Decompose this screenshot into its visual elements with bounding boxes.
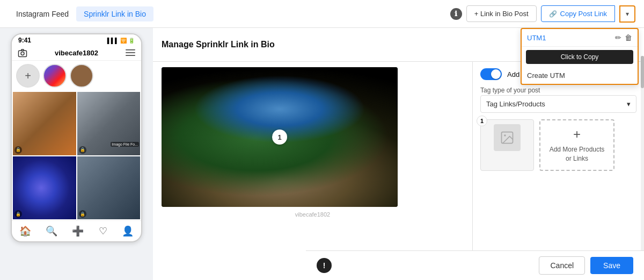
lock-icon-2: 🔒 [80, 147, 85, 152]
edit-utm-icon[interactable]: ✏ [615, 33, 621, 42]
utm-actions: ✏ 🗑 [615, 33, 632, 42]
products-row: 1 + Add More Productsor Links [480, 119, 636, 171]
phone-stories-row: + [12, 61, 141, 91]
tag-type-section: Tag type of your post Tag Links/Products… [480, 87, 636, 113]
signal-icon: ▌▌▌ [107, 38, 119, 44]
svg-point-1 [21, 52, 24, 55]
delete-utm-icon[interactable]: 🗑 [625, 33, 632, 42]
svg-rect-4 [126, 55, 135, 56]
phone-ig-header: vibecafe1802 [12, 45, 141, 61]
lock-icon-3: 🔒 [16, 212, 21, 217]
scrollbar[interactable] [641, 62, 644, 280]
svg-rect-3 [126, 52, 135, 53]
grid-overlay-1: 🔒 [14, 146, 22, 154]
add-story[interactable]: + [16, 64, 40, 88]
tab-sprinklr-link-bio[interactable]: Sprinklr Link in Bio [76, 6, 153, 21]
grid-overlay-4: 🔒 [79, 210, 86, 218]
svg-point-8 [504, 134, 506, 137]
add-plus-icon: + [573, 127, 581, 142]
post-image: 1 [162, 67, 398, 207]
settings-panel: Add Post to Sprinklr Link in Bio Tag typ… [472, 62, 644, 280]
manage-title: Manage Sprinklr Link in Bio [162, 40, 275, 49]
product-number-badge: 1 [477, 116, 487, 126]
grid-badge-2: Imago File Fo... [111, 142, 139, 147]
phone-panel: 9:41 ▌▌▌ 🛜 🔋 vibecafe1802 [0, 28, 153, 280]
nav-profile-icon[interactable]: 👤 [122, 225, 134, 237]
toggle-thumb [491, 69, 501, 79]
grid-cell-2: 🔒 Imago File Fo... [77, 92, 141, 155]
grid-cell-3: 🔒 [13, 156, 76, 220]
nav-add-icon[interactable]: ➕ [72, 225, 84, 237]
copy-post-link-button[interactable]: 🔗 Copy Post Link [541, 5, 615, 22]
phone-status-icons: ▌▌▌ 🛜 🔋 [107, 38, 135, 44]
link-bio-post-button[interactable]: + Link in Bio Post [466, 5, 537, 22]
wifi-icon: 🛜 [120, 38, 127, 44]
post-number-badge: 1 [272, 130, 287, 145]
svg-rect-2 [126, 49, 135, 51]
copy-post-dropdown-button[interactable]: ▾ [619, 5, 635, 23]
phone-nav: 🏠 🔍 ➕ ♡ 👤 [12, 220, 141, 241]
menu-icon[interactable] [125, 47, 136, 58]
create-utm-button[interactable]: Create UTM [522, 67, 638, 84]
panel-body: 1 vibecafe1802 Add Post to Sprinklr Link… [153, 62, 644, 280]
battery-icon: 🔋 [128, 38, 135, 44]
tag-type-select[interactable]: Tag Links/Products ▾ [480, 95, 636, 113]
info-icon[interactable]: ℹ [450, 8, 462, 20]
grid-overlay-2: 🔒 [79, 146, 86, 154]
story-2[interactable] [70, 64, 93, 88]
grid-overlay-3: 🔒 [14, 210, 22, 218]
save-button[interactable]: Save [590, 257, 633, 274]
header-tabs: Instagram Feed Sprinklr Link in Bio [9, 6, 153, 21]
footer-info-icon[interactable]: ! [317, 258, 332, 273]
nav-search-icon[interactable]: 🔍 [46, 225, 57, 237]
footer: ! Cancel Save [306, 250, 644, 280]
utm-row: UTM1 ✏ 🗑 [522, 29, 638, 47]
phone-grid: 🔒 🔒 Imago File Fo... 🔒 [12, 91, 141, 220]
post-caption: vibecafe1802 [162, 211, 464, 218]
scrollbar-thumb [641, 62, 644, 88]
click-to-copy-tooltip: Click to Copy [526, 50, 633, 64]
phone-username: vibecafe1802 [55, 49, 98, 57]
product-card-1: 1 [480, 119, 534, 171]
product-image-placeholder [494, 124, 521, 151]
tag-type-label: Tag type of your post [480, 87, 636, 94]
nav-heart-icon[interactable]: ♡ [99, 225, 107, 237]
phone-status-bar: 9:41 ▌▌▌ 🛜 🔋 [12, 34, 141, 45]
add-more-products-button[interactable]: + Add More Productsor Links [539, 119, 614, 171]
grid-cell-4: 🔒 [77, 156, 141, 220]
phone-time: 9:41 [18, 37, 31, 44]
add-post-toggle[interactable] [480, 68, 502, 80]
add-product-label: Add More Productsor Links [550, 145, 605, 163]
nav-home-icon[interactable]: 🏠 [19, 225, 31, 237]
tag-type-chevron-icon: ▾ [627, 100, 631, 108]
utm-dropdown: UTM1 ✏ 🗑 Click to Copy Create UTM [521, 28, 639, 85]
post-preview-area: 1 vibecafe1802 [153, 62, 472, 280]
tab-instagram-feed[interactable]: Instagram Feed [9, 6, 76, 21]
header: Instagram Feed Sprinklr Link in Bio ℹ + … [0, 0, 644, 28]
header-actions: ℹ + Link in Bio Post 🔗 Copy Post Link ▾ [450, 5, 635, 23]
grid-cell-1: 🔒 [13, 92, 76, 155]
utm-name: UTM1 [527, 34, 612, 42]
camera-icon[interactable] [17, 47, 28, 58]
lock-icon-1: 🔒 [16, 147, 21, 152]
story-1[interactable] [43, 64, 67, 88]
cancel-button[interactable]: Cancel [539, 256, 585, 275]
phone-mockup: 9:41 ▌▌▌ 🛜 🔋 vibecafe1802 [11, 33, 142, 242]
lock-icon-4: 🔒 [80, 212, 85, 217]
